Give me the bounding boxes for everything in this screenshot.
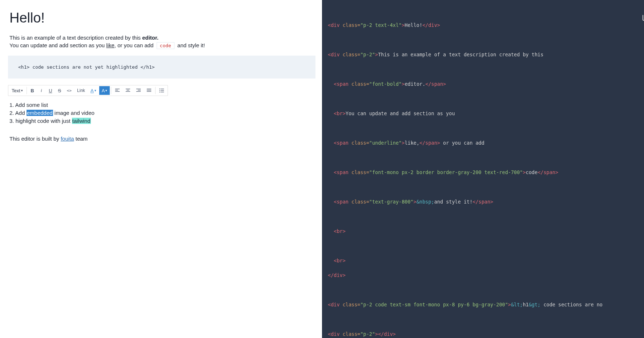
code-section-block[interactable]: <h1> code sections are not yet highlight… [8, 56, 315, 79]
list-item: 3. highlight code with just tailwind [9, 117, 314, 125]
underline-button[interactable]: U [46, 86, 55, 95]
align-center-button[interactable] [123, 86, 133, 95]
list-button[interactable] [157, 86, 167, 95]
bg-color-button[interactable]: A▾ [99, 86, 110, 95]
link-button[interactable]: Link [75, 86, 88, 95]
chevron-down-icon: ▾ [105, 89, 107, 92]
strike-button[interactable]: S [55, 86, 64, 95]
desc-text: This is an example of a text description… [9, 35, 142, 41]
code-button[interactable]: <> [64, 86, 74, 95]
desc-text: , or you can add [114, 42, 155, 48]
align-right-button[interactable] [133, 86, 144, 95]
code-source-panel[interactable]: <div class="p-2 text-4xl">Hello!</div> <… [322, 0, 644, 338]
tailwind-highlight: tailwind [72, 118, 91, 124]
desc-like-underline: like [106, 42, 114, 48]
align-justify-button[interactable] [144, 86, 154, 95]
bold-button[interactable]: B [28, 86, 37, 95]
toolbar-separator [111, 87, 111, 94]
toolbar-text-dropdown[interactable]: Text▾ [9, 86, 25, 95]
copy-icon[interactable] [629, 5, 638, 14]
description-block[interactable]: This is an example of a text description… [8, 34, 315, 49]
roadmap-list[interactable]: 1. Add some list 2. Add embedded image a… [8, 101, 315, 125]
embedded-highlight: embedded [27, 110, 53, 116]
desc-text: You can update and add section as you [9, 42, 106, 48]
italic-button[interactable]: i [37, 86, 46, 95]
chevron-down-icon: ▾ [21, 89, 23, 92]
desc-text: and style it! [176, 42, 205, 48]
editor-preview-panel: Hello! This is an example of a text desc… [0, 0, 322, 338]
editor-toolbar: Text▾ B i U S <> Link A▾ A▾ [8, 85, 168, 96]
hello-heading[interactable]: Hello! [8, 9, 315, 27]
text-color-button[interactable]: A▾ [88, 86, 99, 95]
toolbar-separator [27, 87, 27, 94]
list-item: 2. Add embedded image and video [9, 109, 314, 117]
fouita-link[interactable]: fouita [61, 136, 74, 142]
desc-editor-bold: editor. [142, 35, 158, 41]
svg-point-15 [160, 89, 160, 89]
toolbar-separator [155, 87, 156, 94]
svg-point-17 [160, 92, 160, 92]
align-left-button[interactable] [112, 86, 122, 95]
chevron-down-icon: ▾ [94, 89, 96, 92]
inline-code-badge: code [157, 42, 174, 49]
svg-point-16 [160, 90, 160, 91]
list-item: 1. Add some list [9, 101, 314, 109]
footer-credit: This editor is built by fouita team [8, 136, 315, 142]
